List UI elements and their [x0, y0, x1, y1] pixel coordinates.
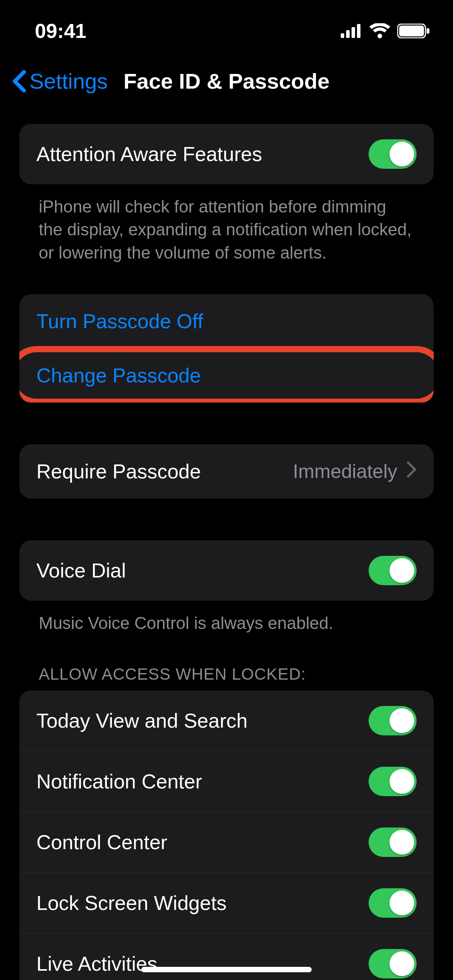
live-activities-row[interactable]: Live Activities — [19, 933, 434, 980]
wifi-icon — [369, 23, 390, 39]
svg-rect-2 — [352, 27, 355, 38]
notification-center-row[interactable]: Notification Center — [19, 751, 434, 812]
voice-dial-label: Voice Dial — [36, 559, 126, 582]
control-center-label: Control Center — [36, 831, 167, 854]
voice-dial-group: Voice Dial — [19, 540, 434, 601]
chevron-left-icon — [12, 70, 26, 93]
notification-center-toggle[interactable] — [369, 767, 417, 796]
today-view-row[interactable]: Today View and Search — [19, 690, 434, 751]
lock-screen-widgets-toggle[interactable] — [369, 888, 417, 918]
nav-bar: Settings Face ID & Passcode — [0, 54, 453, 108]
attention-group: Attention Aware Features — [19, 124, 434, 184]
svg-rect-0 — [341, 33, 344, 38]
allow-access-group: Today View and Search Notification Cente… — [19, 690, 434, 980]
voice-dial-footer: Music Voice Control is always enabled. — [19, 601, 434, 634]
change-passcode-row[interactable]: Change Passcode — [19, 348, 434, 403]
passcode-actions-group: Turn Passcode Off Change Passcode — [19, 294, 434, 403]
svg-rect-6 — [427, 28, 429, 34]
allow-access-header: ALLOW ACCESS WHEN LOCKED: — [19, 665, 434, 690]
attention-aware-toggle[interactable] — [369, 139, 417, 169]
voice-dial-row[interactable]: Voice Dial — [19, 540, 434, 601]
live-activities-toggle[interactable] — [369, 949, 417, 978]
voice-dial-toggle[interactable] — [369, 556, 417, 585]
status-time: 09:41 — [35, 19, 86, 43]
svg-rect-5 — [399, 26, 424, 36]
change-passcode-label: Change Passcode — [36, 364, 201, 387]
home-indicator[interactable] — [141, 967, 312, 972]
today-view-toggle[interactable] — [369, 706, 417, 735]
status-icons — [341, 23, 430, 39]
lock-screen-widgets-label: Lock Screen Widgets — [36, 891, 226, 915]
turn-passcode-off-label: Turn Passcode Off — [36, 310, 203, 333]
svg-rect-1 — [346, 30, 350, 38]
svg-rect-3 — [357, 24, 360, 38]
back-button[interactable]: Settings — [12, 69, 108, 94]
live-activities-label: Live Activities — [36, 952, 157, 975]
battery-icon — [397, 24, 430, 38]
attention-footer: iPhone will check for attention before d… — [19, 184, 434, 264]
back-label: Settings — [29, 69, 108, 94]
lock-screen-widgets-row[interactable]: Lock Screen Widgets — [19, 872, 434, 933]
attention-aware-label: Attention Aware Features — [36, 142, 262, 166]
control-center-row[interactable]: Control Center — [19, 812, 434, 872]
require-passcode-group: Require Passcode Immediately — [19, 444, 434, 499]
turn-passcode-off-row[interactable]: Turn Passcode Off — [19, 294, 434, 348]
require-passcode-row[interactable]: Require Passcode Immediately — [19, 444, 434, 499]
chevron-right-icon — [407, 460, 417, 483]
today-view-label: Today View and Search — [36, 709, 247, 732]
require-passcode-value: Immediately — [293, 460, 397, 483]
notification-center-label: Notification Center — [36, 770, 202, 793]
cellular-icon — [341, 24, 362, 38]
attention-aware-row[interactable]: Attention Aware Features — [19, 124, 434, 184]
status-bar: 09:41 — [0, 0, 453, 54]
require-passcode-label: Require Passcode — [36, 460, 201, 483]
page-title: Face ID & Passcode — [124, 69, 329, 94]
control-center-toggle[interactable] — [369, 828, 417, 857]
